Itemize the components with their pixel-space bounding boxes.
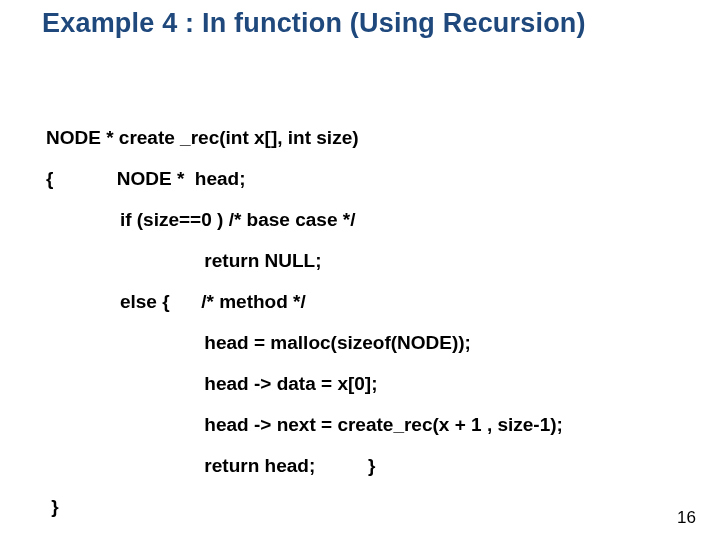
code-line: head -> data = x[0]; — [46, 374, 563, 393]
code-line: } — [46, 497, 563, 516]
code-line: NODE * create _rec(int x[], int size) — [46, 128, 563, 147]
code-line: else { /* method */ — [46, 292, 563, 311]
code-line: head = malloc(sizeof(NODE)); — [46, 333, 563, 352]
code-line: if (size==0 ) /* base case */ — [46, 210, 563, 229]
code-line: head -> next = create_rec(x + 1 , size-1… — [46, 415, 563, 434]
code-line: { NODE * head; — [46, 169, 563, 188]
code-line: return head; } — [46, 456, 563, 475]
page-number: 16 — [677, 508, 696, 528]
slide: Example 4 : In function (Using Recursion… — [0, 0, 720, 540]
slide-title: Example 4 : In function (Using Recursion… — [42, 8, 586, 39]
code-line: return NULL; — [46, 251, 563, 270]
code-block: NODE * create _rec(int x[], int size) { … — [46, 128, 563, 538]
